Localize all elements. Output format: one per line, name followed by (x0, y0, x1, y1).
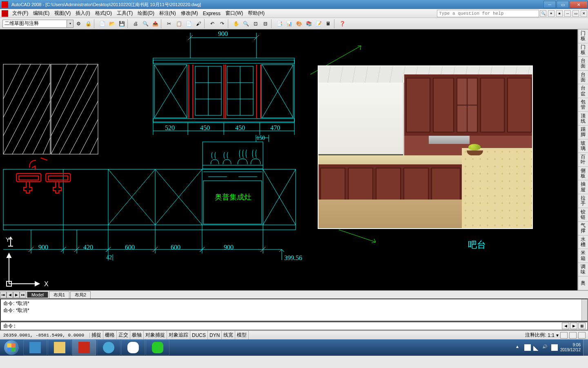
match-properties-icon[interactable]: 🖌 (194, 19, 203, 28)
taskbar-app[interactable] (23, 340, 47, 355)
help-search-icon[interactable]: 🔍 (540, 10, 546, 17)
show-desktop-button[interactable] (583, 339, 588, 356)
cut-icon[interactable]: ✂ (165, 19, 174, 28)
palette-item[interactable]: 百叶 (578, 153, 588, 167)
menu-window[interactable]: 窗口(W) (223, 10, 245, 17)
palette-item[interactable]: 水槽 (578, 236, 588, 249)
palette-item[interactable]: 包管 (578, 98, 588, 112)
cmd-clean-icon[interactable]: ▦ (578, 323, 586, 329)
properties-icon[interactable]: 📑 (275, 19, 284, 28)
workspace-combo[interactable]: 二维草图与注释 (2, 20, 67, 28)
menu-help[interactable]: 帮助(H) (245, 10, 267, 17)
status-ortho[interactable]: 正交 (117, 331, 130, 339)
palette-item[interactable]: 踢脚 (578, 126, 588, 139)
palette-item[interactable]: 侧板 (578, 167, 588, 181)
menu-view[interactable]: 视图(V) (52, 10, 73, 17)
copy-icon[interactable]: 📋 (174, 19, 183, 28)
menu-edit[interactable]: 编辑(E) (31, 10, 52, 17)
taskbar-qq[interactable] (121, 340, 145, 355)
status-tray-icon[interactable] (578, 332, 586, 339)
palette-item[interactable]: 门板 (578, 43, 588, 57)
print-icon[interactable]: 🖨 (131, 19, 140, 28)
tab-nav-first[interactable]: ⏮ (0, 292, 7, 298)
drawing-canvas[interactable]: 900 520 450 450 470 150 900 420 42 600 6… (0, 29, 577, 290)
help-icon[interactable]: ❓ (338, 19, 347, 28)
quickcalc-icon[interactable]: 🖩 (324, 19, 333, 28)
status-snap[interactable]: 捕捉 (90, 331, 103, 339)
paste-icon[interactable]: 📄 (184, 19, 193, 28)
status-grid[interactable]: 栅格 (103, 331, 117, 339)
save-file-icon[interactable]: 💾 (117, 19, 126, 28)
palette-item[interactable]: 奥 (578, 276, 588, 290)
status-dyn[interactable]: DYN (208, 331, 222, 339)
autodesk-icon[interactable] (2, 10, 8, 17)
tab-layout2[interactable]: 布局2 (70, 291, 91, 298)
palette-item[interactable]: 门板 (578, 29, 588, 43)
status-ducs[interactable]: DUCS (190, 331, 208, 339)
menu-format[interactable]: 格式(O) (93, 10, 114, 17)
menu-tools[interactable]: 工具(T) (114, 10, 135, 17)
taskbar-wechat[interactable] (146, 340, 169, 355)
scale-dropdown-icon[interactable]: ▾ (556, 332, 559, 338)
palette-item[interactable]: 台面 (578, 71, 588, 85)
markup-icon[interactable]: 📝 (314, 19, 323, 28)
tab-nav-prev[interactable]: ◀ (7, 292, 13, 298)
status-polar[interactable]: 极轴 (130, 331, 144, 339)
comm-center-icon[interactable]: ✶ (548, 10, 555, 17)
favorites-icon[interactable]: ★ (556, 10, 563, 17)
palette-item[interactable]: 米箱 (578, 249, 588, 263)
tray-volume-icon[interactable]: 🔊 (542, 344, 549, 351)
maximize-button[interactable]: ▭ (557, 1, 569, 8)
zoom-previous-icon[interactable]: ⊟ (261, 19, 270, 28)
palette-item[interactable]: 气撑 (578, 222, 588, 236)
taskbar-explorer[interactable] (48, 340, 71, 355)
tool-palette-icon[interactable]: 🎨 (294, 19, 303, 28)
tab-model[interactable]: Model (27, 292, 48, 298)
palette-item[interactable]: 拉手 (578, 194, 588, 208)
palette-item[interactable]: 台面 (578, 57, 588, 71)
palette-item[interactable]: 玻璃 (578, 139, 588, 153)
close-button[interactable]: ✕ (570, 1, 588, 8)
tray-flag-icon[interactable] (524, 344, 531, 351)
scale-value[interactable]: 1:1 (548, 332, 555, 338)
annotation-autoscale-icon[interactable] (569, 332, 577, 339)
command-input[interactable] (18, 323, 560, 329)
mdi-restore-button[interactable]: ▭ (572, 10, 579, 17)
menu-express[interactable]: Express (200, 11, 223, 16)
palette-item[interactable]: 铰链 (578, 208, 588, 222)
design-center-icon[interactable]: 📊 (285, 19, 294, 28)
cmd-left-icon[interactable]: ◀ (562, 323, 569, 329)
tray-clock[interactable]: 9:06 2019/12/12 (560, 343, 581, 352)
zoom-icon[interactable]: 🔍 (241, 19, 250, 28)
cmd-scrollbar[interactable] (581, 299, 587, 321)
pan-icon[interactable]: ✋ (232, 19, 241, 28)
tab-layout1[interactable]: 布局1 (49, 291, 69, 298)
taskbar-autocad[interactable] (72, 340, 96, 355)
print-preview-icon[interactable]: 🔍 (141, 19, 150, 28)
start-button[interactable] (0, 339, 23, 356)
new-file-icon[interactable]: 📄 (98, 19, 107, 28)
status-osnap[interactable]: 对象捕捉 (144, 331, 167, 339)
status-model[interactable]: 模型 (235, 331, 249, 339)
tray-ime-icon[interactable] (551, 344, 558, 351)
menu-modify[interactable]: 修改(M) (178, 10, 200, 17)
mdi-close-button[interactable]: ✕ (581, 10, 587, 17)
cmd-right-icon[interactable]: ▶ (570, 323, 577, 329)
menu-draw[interactable]: 绘图(D) (135, 10, 157, 17)
help-search-input[interactable] (437, 10, 539, 17)
workspace-settings-icon[interactable]: ⚙ (74, 19, 83, 28)
menu-insert[interactable]: 插入(I) (73, 10, 92, 17)
workspace-combo-dropdown[interactable]: ▾ (67, 20, 74, 28)
menu-file[interactable]: 文件(F) (10, 10, 31, 17)
tray-network-icon[interactable] (533, 344, 540, 351)
tab-nav-last[interactable]: ⏭ (20, 292, 26, 298)
menu-dimension[interactable]: 标注(N) (157, 10, 178, 17)
palette-item[interactable]: 顶线 (578, 112, 588, 126)
mdi-minimize-button[interactable]: ─ (564, 10, 571, 17)
palette-item[interactable]: 抽屉 (578, 180, 588, 194)
publish-icon[interactable]: 📤 (151, 19, 160, 28)
status-lwt[interactable]: 线宽 (222, 331, 235, 339)
workspace-lock-icon[interactable]: 🔒 (84, 19, 93, 28)
palette-item[interactable]: 调味 (578, 263, 588, 277)
undo-icon[interactable]: ↶ (208, 19, 217, 28)
